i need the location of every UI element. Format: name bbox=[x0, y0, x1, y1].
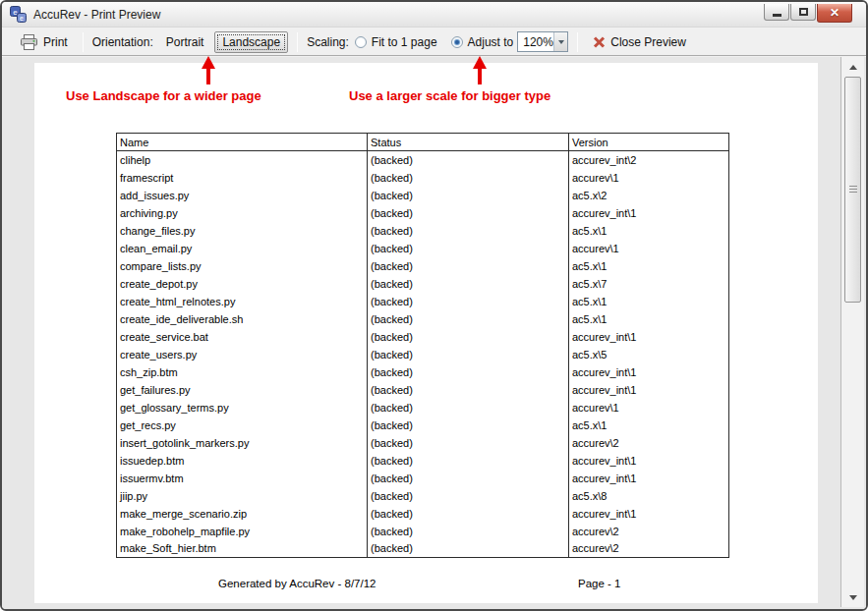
table-cell: accurev\1 bbox=[569, 169, 729, 187]
table-cell: ac5.x\1 bbox=[569, 293, 729, 310]
table-row: issuermv.btm(backed)accurev_int\1 bbox=[117, 470, 729, 487]
table-cell: (backed) bbox=[368, 452, 569, 470]
table-cell: make_Soft_hier.btm bbox=[117, 540, 368, 558]
table-cell: change_files.py bbox=[117, 222, 368, 240]
maximize-icon bbox=[799, 8, 808, 16]
table-cell: issuedep.btm bbox=[117, 452, 368, 470]
titlebar: e e AccuRev - Print Preview ✕ bbox=[2, 2, 866, 28]
arrow-up-icon bbox=[202, 56, 215, 69]
table-cell: get_glossary_terms.py bbox=[117, 399, 368, 417]
scale-value: 120% bbox=[518, 35, 553, 49]
table-cell: (backed) bbox=[368, 487, 569, 505]
portrait-button[interactable]: Portrait bbox=[159, 32, 211, 52]
table-cell: (backed) bbox=[368, 505, 569, 523]
table-row: create_ide_deliverable.sh(backed)ac5.x\1 bbox=[117, 310, 729, 328]
table-cell: (backed) bbox=[368, 293, 569, 310]
minimize-icon bbox=[773, 14, 781, 17]
preview-table-body: clihelp(backed)accurev_int\2framescript(… bbox=[117, 151, 729, 558]
table-row: create_users.py(backed)ac5.x\5 bbox=[117, 346, 729, 363]
fit-to-one-page-radio[interactable]: Fit to 1 page bbox=[355, 35, 437, 49]
window-controls: ✕ bbox=[763, 4, 852, 23]
table-cell: accurev_int\2 bbox=[569, 151, 729, 169]
toolbar-separator bbox=[83, 32, 84, 52]
table-cell: make_merge_scenario.zip bbox=[117, 505, 368, 523]
table-cell: (backed) bbox=[368, 204, 569, 222]
table-cell: ac5.x\1 bbox=[569, 417, 729, 434]
table-cell: accurev_int\1 bbox=[569, 204, 729, 222]
printer-icon bbox=[20, 34, 38, 50]
scaling-label: Scaling: bbox=[307, 35, 349, 49]
table-cell: framescript bbox=[117, 169, 368, 187]
print-button[interactable]: Print bbox=[14, 31, 74, 53]
table-cell: issuermv.btm bbox=[117, 470, 368, 487]
table-cell: get_recs.py bbox=[117, 417, 368, 434]
table-row: add_issues.py(backed)ac5.x\2 bbox=[117, 187, 729, 204]
table-row: clean_email.py(backed)accurev\1 bbox=[117, 240, 729, 257]
triangle-down-icon bbox=[849, 595, 857, 600]
table-row: clihelp(backed)accurev_int\2 bbox=[117, 151, 729, 169]
toolbar-separator bbox=[577, 32, 578, 52]
table-cell: (backed) bbox=[368, 470, 569, 487]
table-cell: ac5.x\7 bbox=[569, 275, 729, 293]
close-window-button[interactable]: ✕ bbox=[817, 4, 852, 23]
table-cell: accurev_int\1 bbox=[569, 452, 729, 470]
table-row: issuedep.btm(backed)accurev_int\1 bbox=[117, 452, 729, 470]
maximize-button[interactable] bbox=[790, 4, 816, 21]
table-cell: create_service.bat bbox=[117, 328, 368, 346]
close-window-icon: ✕ bbox=[830, 6, 839, 20]
table-row: get_recs.py(backed)ac5.x\1 bbox=[117, 417, 729, 434]
landscape-button[interactable]: Landscape bbox=[214, 31, 288, 53]
table-row: insert_gotolink_markers.py(backed)accure… bbox=[117, 434, 729, 452]
preview-page: Use Landscape for a wider page Use a lar… bbox=[34, 63, 818, 603]
toolbar: Print Orientation: Portrait Landscape Sc… bbox=[2, 28, 866, 56]
table-cell: get_failures.py bbox=[117, 381, 368, 399]
table-cell: ac5.x\1 bbox=[569, 257, 729, 275]
scrollbar-thumb[interactable] bbox=[844, 77, 861, 303]
table-row: create_service.bat(backed)accurev_int\1 bbox=[117, 328, 729, 346]
table-cell: archiving.py bbox=[117, 204, 368, 222]
arrow-up-icon bbox=[473, 56, 487, 69]
table-cell: ac5.x\5 bbox=[569, 346, 729, 363]
annotation-landscape-note: Use Landscape for a wider page bbox=[66, 88, 261, 103]
table-cell: (backed) bbox=[368, 540, 569, 558]
triangle-up-icon bbox=[849, 65, 857, 70]
combo-dropdown-button[interactable] bbox=[553, 32, 567, 51]
table-row: create_html_relnotes.py(backed)ac5.x\1 bbox=[117, 293, 729, 310]
chevron-down-icon bbox=[558, 40, 564, 44]
table-cell: (backed) bbox=[368, 151, 569, 169]
table-cell: accurev\2 bbox=[569, 540, 729, 558]
table-cell: accurev_int\1 bbox=[569, 381, 729, 399]
scroll-up-button[interactable] bbox=[843, 59, 863, 76]
table-cell: ac5.x\2 bbox=[569, 187, 729, 204]
annotation-scale-note: Use a larger scale for bigger type bbox=[349, 88, 550, 103]
scroll-down-button[interactable] bbox=[843, 589, 863, 606]
table-row: jiip.py(backed)ac5.x\8 bbox=[117, 487, 729, 505]
table-cell: jiip.py bbox=[117, 487, 368, 505]
table-cell: (backed) bbox=[368, 346, 569, 363]
table-row: framescript(backed)accurev\1 bbox=[117, 169, 729, 187]
table-cell: ac5.x\8 bbox=[569, 487, 729, 505]
table-cell: (backed) bbox=[368, 381, 569, 399]
column-header: Status bbox=[368, 134, 569, 151]
table-cell: accurev\1 bbox=[569, 399, 729, 417]
table-cell: create_html_relnotes.py bbox=[117, 293, 368, 310]
minimize-button[interactable] bbox=[764, 4, 789, 21]
radio-checked-icon bbox=[451, 36, 463, 48]
table-cell: (backed) bbox=[368, 523, 569, 540]
scale-select[interactable]: 120% bbox=[517, 31, 568, 52]
table-cell: compare_lists.py bbox=[117, 257, 368, 275]
table-cell: accurev_int\1 bbox=[569, 470, 729, 487]
adjust-to-radio[interactable]: Adjust to bbox=[451, 35, 514, 49]
fit-to-one-page-label: Fit to 1 page bbox=[372, 35, 437, 49]
close-preview-button[interactable]: Close Preview bbox=[587, 32, 692, 52]
svg-text:e: e bbox=[20, 15, 24, 22]
table-cell: (backed) bbox=[368, 257, 569, 275]
vertical-scrollbar[interactable] bbox=[840, 57, 864, 607]
table-cell: add_issues.py bbox=[117, 187, 368, 204]
table-row: make_merge_scenario.zip(backed)accurev_i… bbox=[117, 505, 729, 523]
page-number-text: Page - 1 bbox=[578, 578, 620, 589]
table-cell: create_depot.py bbox=[117, 275, 368, 293]
table-cell: accurev\1 bbox=[569, 240, 729, 257]
table-row: csh_zip.btm(backed)accurev_int\1 bbox=[117, 363, 729, 381]
table-row: archiving.py(backed)accurev_int\1 bbox=[117, 204, 729, 222]
